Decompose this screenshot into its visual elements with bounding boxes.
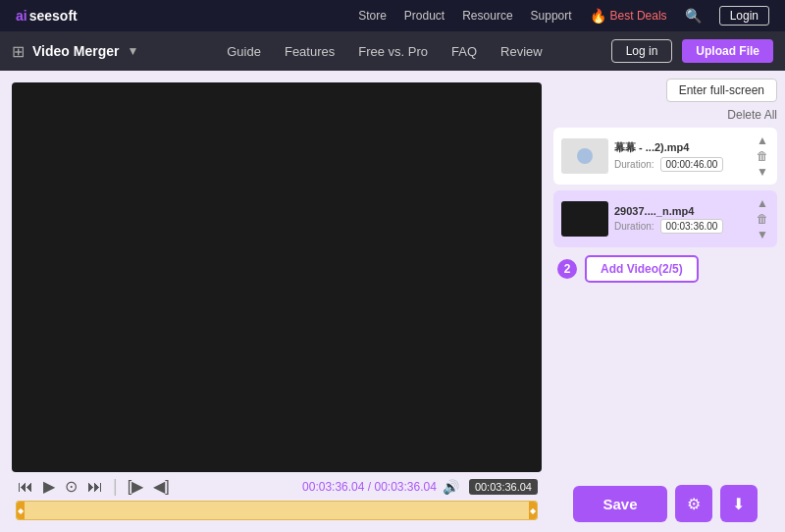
video-name-1: 幕幕 - ...2).mp4 <box>614 140 750 155</box>
logo-seesoft: seesoft <box>29 8 78 24</box>
download-icon: ⬇ <box>732 495 745 513</box>
settings-button[interactable]: ⚙ <box>675 485 712 522</box>
fire-icon: 🔥 <box>590 8 606 24</box>
delete-button-2[interactable]: 🗑 <box>756 212 769 226</box>
nav-features[interactable]: Features <box>285 44 335 59</box>
upload-file-button[interactable]: Upload File <box>682 39 773 63</box>
main-content: ⏮ ▶ ⊙ ⏭ | [▶ ◀] 00:03:36.04 / 00:03:36.0… <box>0 71 785 532</box>
play-button[interactable]: ▶ <box>41 477 57 497</box>
search-icon[interactable]: 🔍 <box>685 8 702 24</box>
nav-guide[interactable]: Guide <box>227 44 261 59</box>
move-down-button-2[interactable]: ▼ <box>756 228 769 241</box>
timeline-handle-left[interactable]: ◆ <box>17 502 25 519</box>
nav-free-vs-pro[interactable]: Free vs. Pro <box>358 44 428 59</box>
time-badge: 00:03:36.04 <box>469 479 538 495</box>
video-info-1: 幕幕 - ...2).mp4 Duration: 00:00:46.00 <box>614 140 750 172</box>
move-up-button-1[interactable]: ▲ <box>756 133 769 147</box>
clip-end-button[interactable]: ◀] <box>151 477 171 497</box>
clip-start-button[interactable]: [▶ <box>126 477 145 497</box>
rewind-button[interactable]: ⏮ <box>16 477 35 497</box>
top-navigation: ai seesoft Store Product Resource Suppor… <box>0 0 785 31</box>
video-list: 幕幕 - ...2).mp4 Duration: 00:00:46.00 ▲ 🗑… <box>553 128 777 247</box>
add-video-button[interactable]: Add Video(2/5) <box>585 255 699 283</box>
duration-label-2: Duration: <box>614 221 654 232</box>
download-button[interactable]: ⬇ <box>720 485 758 522</box>
step-badge: 2 <box>557 259 577 279</box>
app-navigation: ⊞ Video Merger ▼ Guide Features Free vs.… <box>0 31 785 71</box>
delete-all-button[interactable]: Delete All <box>727 108 777 122</box>
video-item-actions-1: ▲ 🗑 ▼ <box>756 133 769 179</box>
nav-faq[interactable]: FAQ <box>451 44 477 59</box>
app-nav-left: ⊞ Video Merger ▼ <box>12 42 138 61</box>
best-deals-button[interactable]: 🔥 Best Deals <box>590 8 667 24</box>
handle-dot-right: ◆ <box>530 506 536 515</box>
video-screen <box>12 82 542 472</box>
nav-link-store[interactable]: Store <box>358 9 387 23</box>
video-thumbnail-1 <box>561 138 608 174</box>
logo: ai seesoft <box>16 8 78 24</box>
handle-dot-left: ◆ <box>18 506 24 515</box>
timeline-handle-right[interactable]: ◆ <box>529 502 537 519</box>
video-item-active: 29037...._n.mp4 Duration: 00:03:36.00 ▲ … <box>553 190 777 247</box>
add-video-container: 2 Add Video(2/5) <box>553 255 777 283</box>
sidebar: Enter full-screen Delete All 幕幕 - ...2).… <box>550 71 785 532</box>
move-down-button-1[interactable]: ▼ <box>756 165 769 179</box>
duration-label-1: Duration: <box>614 159 654 170</box>
duration-value-1: 00:00:46.00 <box>660 157 724 172</box>
nav-link-support[interactable]: Support <box>531 9 572 23</box>
sidebar-bottom: Save ⚙ ⬇ <box>553 475 777 532</box>
video-item: 幕幕 - ...2).mp4 Duration: 00:00:46.00 ▲ 🗑… <box>553 128 777 185</box>
thumb-circle <box>577 148 593 164</box>
timeline-container: ◆ ◆ <box>12 499 542 524</box>
app-nav-center: Guide Features Free vs. Pro FAQ Review <box>158 44 610 59</box>
app-login-button[interactable]: Log in <box>611 39 673 63</box>
app-title: Video Merger <box>32 43 119 59</box>
nav-link-product[interactable]: Product <box>404 9 445 23</box>
video-thumbnail-2 <box>561 201 608 237</box>
logo-ai: ai <box>16 8 27 24</box>
app-nav-right: Log in Upload File <box>611 39 773 63</box>
video-duration-row-1: Duration: 00:00:46.00 <box>614 157 750 172</box>
delete-button-1[interactable]: 🗑 <box>756 149 769 163</box>
video-item-actions-2: ▲ 🗑 ▼ <box>756 196 769 241</box>
player-controls: ⏮ ▶ ⊙ ⏭ | [▶ ◀] 00:03:36.04 / 00:03:36.0… <box>12 472 542 499</box>
player-area: ⏮ ▶ ⊙ ⏭ | [▶ ◀] 00:03:36.04 / 00:03:36.0… <box>0 71 550 532</box>
top-nav-links: Store Product Resource Support 🔥 Best De… <box>358 6 769 26</box>
video-name-2: 29037...._n.mp4 <box>614 205 750 217</box>
fullscreen-button[interactable]: Enter full-screen <box>666 79 777 102</box>
grid-icon[interactable]: ⊞ <box>12 42 25 61</box>
video-info-2: 29037...._n.mp4 Duration: 00:03:36.00 <box>614 205 750 234</box>
nav-link-resource[interactable]: Resource <box>462 9 512 23</box>
delete-all-row: Delete All <box>553 108 777 122</box>
video-duration-row-2: Duration: 00:03:36.00 <box>614 219 750 234</box>
move-up-button-2[interactable]: ▲ <box>756 196 769 210</box>
timeline-bar[interactable]: ◆ ◆ <box>16 501 538 520</box>
stop-button[interactable]: ⊙ <box>63 477 79 497</box>
save-button[interactable]: Save <box>573 486 666 522</box>
time-display: 00:03:36.04 / 00:03:36.04 <box>302 480 437 494</box>
forward-button[interactable]: ⏭ <box>85 477 105 497</box>
gear-icon: ⚙ <box>687 495 701 513</box>
duration-value-2: 00:03:36.00 <box>660 219 724 234</box>
volume-icon[interactable]: 🔊 <box>443 479 459 495</box>
dropdown-arrow-icon[interactable]: ▼ <box>127 44 138 58</box>
nav-review[interactable]: Review <box>500 44 543 59</box>
top-login-button[interactable]: Login <box>719 6 769 26</box>
separator: | <box>113 476 118 497</box>
